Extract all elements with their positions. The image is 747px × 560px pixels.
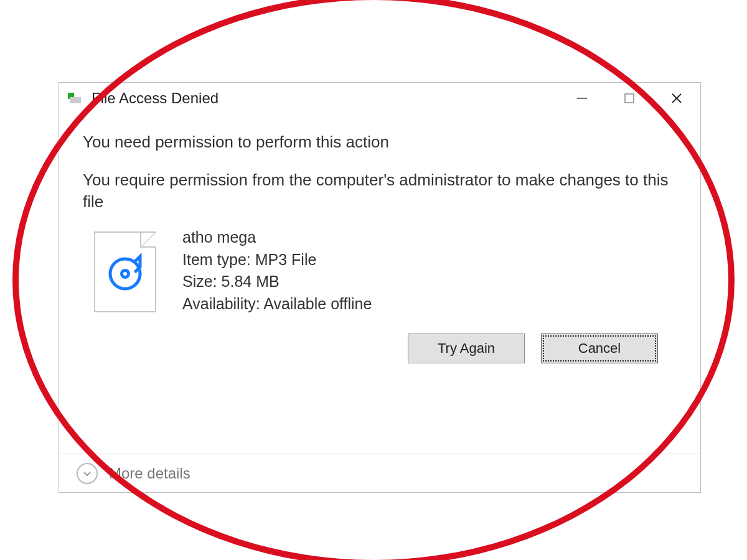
close-icon [670,92,683,105]
chevron-down-icon [82,469,92,478]
dialog-content: You need permission to perform this acti… [59,114,700,363]
cancel-button[interactable]: Cancel [541,334,658,363]
close-button[interactable] [653,83,700,114]
file-info-row: atho mega Item type: MP3 File Size: 5.84… [94,226,677,315]
permission-heading: You need permission to perform this acti… [83,133,677,152]
file-type-label: Item type: [182,251,251,268]
file-name: atho mega [182,226,372,249]
dialog-footer: More details [59,454,700,492]
minimize-button[interactable] [558,83,606,114]
file-type-row: Item type: MP3 File [182,249,372,271]
try-again-button[interactable]: Try Again [408,334,525,363]
button-row: Try Again Cancel [83,334,677,363]
maximize-button[interactable] [606,83,653,114]
svg-point-6 [123,272,127,276]
maximize-icon [623,92,636,105]
window-controls [558,83,700,114]
file-availability-label: Availability: [182,295,260,312]
file-type-value: MP3 File [255,251,317,268]
media-disc-icon [105,253,146,294]
file-metadata: atho mega Item type: MP3 File Size: 5.84… [182,226,372,315]
file-size-label: Size: [182,273,217,290]
window-title: File Access Denied [92,90,558,107]
minimize-icon [576,92,588,105]
file-size-value: 5.84 MB [222,273,280,290]
dialog-window: File Access Denied You need permission t… [59,82,701,493]
file-availability-row: Availability: Available offline [182,293,372,315]
app-icon [68,91,83,106]
file-icon [94,231,156,312]
more-details-label[interactable]: More details [109,465,190,482]
file-availability-value: Available offline [263,295,372,312]
file-size-row: Size: 5.84 MB [182,271,372,293]
svg-rect-1 [625,94,634,103]
title-bar: File Access Denied [59,83,700,114]
expand-details-toggle[interactable] [77,463,98,484]
permission-description: You require permission from the computer… [83,169,677,213]
